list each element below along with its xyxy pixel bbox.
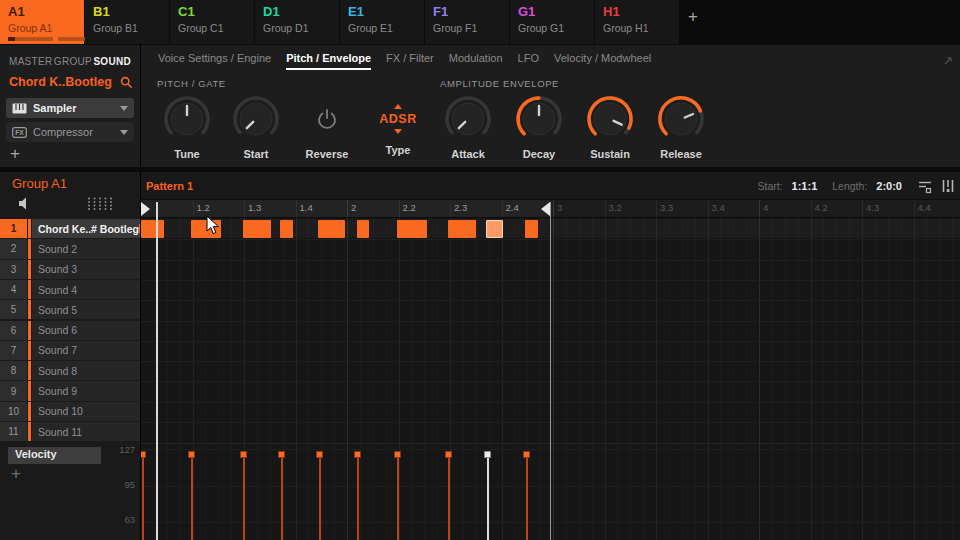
note-event[interactable] <box>448 220 476 238</box>
group-tab-a1[interactable]: A1Group A1 <box>0 0 84 44</box>
group-tab-e1[interactable]: E1Group E1 <box>340 0 424 44</box>
velocity-head[interactable] <box>240 451 247 458</box>
sustain-knob[interactable] <box>575 92 645 146</box>
sound-row-2[interactable]: 2Sound 2 <box>0 239 140 258</box>
page-tab-fx-filter[interactable]: FX / Filter <box>386 52 434 70</box>
reverse-power-icon[interactable] <box>292 92 362 146</box>
velocity-head[interactable] <box>316 451 323 458</box>
note-event[interactable] <box>243 220 271 238</box>
sound-name-cell[interactable]: Sound 8 <box>32 361 140 380</box>
start-knob[interactable] <box>221 92 291 146</box>
sound-row-3[interactable]: 3Sound 3 <box>0 260 140 279</box>
search-icon[interactable] <box>120 76 133 89</box>
sound-row-10[interactable]: 10Sound 10 <box>0 402 140 421</box>
param-tune[interactable]: Tune <box>152 92 222 160</box>
param-start[interactable]: Start <box>221 92 291 160</box>
sound-name-cell[interactable]: Sound 9 <box>32 381 140 400</box>
param-release[interactable]: Release <box>646 92 716 160</box>
note-event[interactable] <box>318 220 345 238</box>
velocity-stem[interactable] <box>487 458 489 540</box>
velocity-stem[interactable] <box>243 458 245 540</box>
sound-row-9[interactable]: 9Sound 9 <box>0 381 140 400</box>
sound-number[interactable]: 11 <box>0 422 27 441</box>
pattern-end-marker[interactable] <box>541 202 550 216</box>
release-knob[interactable] <box>646 92 716 146</box>
sound-row-4[interactable]: 4Sound 4 <box>0 280 140 299</box>
param-reverse[interactable]: Reverse <box>292 92 362 160</box>
sound-number[interactable]: 6 <box>0 321 27 340</box>
note-event[interactable] <box>486 220 503 238</box>
note-event[interactable] <box>280 220 293 238</box>
note-event[interactable] <box>141 220 164 238</box>
note-event[interactable] <box>397 220 427 238</box>
decay-knob[interactable] <box>504 92 574 146</box>
add-group-button[interactable]: + <box>688 8 698 45</box>
speaker-icon[interactable] <box>18 197 32 210</box>
velocity-stem[interactable] <box>448 458 450 540</box>
sound-name-cell[interactable]: Chord Ke..# Bootleg <box>32 219 140 238</box>
attack-knob[interactable] <box>433 92 503 146</box>
sound-number[interactable]: 8 <box>0 361 27 380</box>
note-event[interactable] <box>525 220 538 238</box>
group-tab-c1[interactable]: C1Group C1 <box>170 0 254 44</box>
page-tab-lfo[interactable]: LFO <box>518 52 539 70</box>
playhead-line[interactable] <box>156 202 158 540</box>
velocity-head[interactable] <box>445 451 452 458</box>
group-tab-g1[interactable]: G1Group G1 <box>510 0 594 44</box>
tune-knob[interactable] <box>152 92 222 146</box>
length-value[interactable]: 2:0:0 <box>876 180 902 192</box>
pattern-group-title[interactable]: Group A1 <box>12 176 67 191</box>
plugin-slot-compressor[interactable]: FXCompressor <box>6 122 134 142</box>
level-tab-group[interactable]: GROUP <box>54 56 92 67</box>
sound-number[interactable]: 5 <box>0 300 27 319</box>
sound-name-cell[interactable]: Sound 3 <box>32 260 140 279</box>
level-tab-master[interactable]: MASTER <box>9 56 52 67</box>
velocity-stem[interactable] <box>142 458 144 540</box>
stepper-up-icon[interactable] <box>394 104 402 109</box>
velocity-stem[interactable] <box>357 458 359 540</box>
sound-name-cell[interactable]: Sound 7 <box>32 341 140 360</box>
param-type[interactable]: ADSRType <box>363 92 433 156</box>
velocity-stem[interactable] <box>397 458 399 540</box>
sound-number[interactable]: 7 <box>0 341 27 360</box>
sound-number[interactable]: 3 <box>0 260 27 279</box>
sound-number[interactable]: 9 <box>0 381 27 400</box>
level-tab-sound[interactable]: SOUND <box>93 56 131 67</box>
note-event[interactable] <box>191 220 221 238</box>
page-tab-voice-settings-engine[interactable]: Voice Settings / Engine <box>158 52 271 70</box>
velocity-head[interactable] <box>278 451 285 458</box>
sound-number[interactable]: 2 <box>0 239 27 258</box>
param-sustain[interactable]: Sustain <box>575 92 645 160</box>
sound-row-7[interactable]: 7Sound 7 <box>0 341 140 360</box>
sound-name-cell[interactable]: Sound 4 <box>32 280 140 299</box>
page-tab-pitch-envelope[interactable]: Pitch / Envelope <box>286 52 371 70</box>
velocity-head[interactable] <box>188 451 195 458</box>
sound-row-5[interactable]: 5Sound 5 <box>0 300 140 319</box>
sound-name-cell[interactable]: Sound 11 <box>32 422 140 441</box>
pad-grid-icon[interactable] <box>86 196 114 211</box>
start-value[interactable]: 1:1:1 <box>792 180 818 192</box>
velocity-head[interactable] <box>484 451 491 458</box>
sound-name-cell[interactable]: Sound 5 <box>32 300 140 319</box>
group-tab-b1[interactable]: B1Group B1 <box>85 0 169 44</box>
sound-row-11[interactable]: 11Sound 11 <box>0 422 140 441</box>
sound-number[interactable]: 1 <box>0 219 27 238</box>
velocity-head[interactable] <box>141 451 146 458</box>
group-tab-h1[interactable]: H1Group H1 <box>595 0 679 44</box>
velocity-stem[interactable] <box>526 458 528 540</box>
type-stepper[interactable]: ADSR <box>363 92 433 146</box>
sound-number[interactable]: 4 <box>0 280 27 299</box>
sound-row-8[interactable]: 8Sound 8 <box>0 361 140 380</box>
param-attack[interactable]: Attack <box>433 92 503 160</box>
group-tab-d1[interactable]: D1Group D1 <box>255 0 339 44</box>
add-plugin-button[interactable]: + <box>10 145 20 162</box>
velocity-stem[interactable] <box>281 458 283 540</box>
sound-name-cell[interactable]: Sound 6 <box>32 321 140 340</box>
sound-number[interactable]: 10 <box>0 402 27 421</box>
note-event[interactable] <box>357 220 369 238</box>
keyboard-view-icon[interactable] <box>942 178 957 194</box>
velocity-head[interactable] <box>394 451 401 458</box>
page-tab-modulation[interactable]: Modulation <box>449 52 503 70</box>
velocity-stem[interactable] <box>319 458 321 540</box>
sound-row-1[interactable]: 1Chord Ke..# Bootleg <box>0 219 140 238</box>
